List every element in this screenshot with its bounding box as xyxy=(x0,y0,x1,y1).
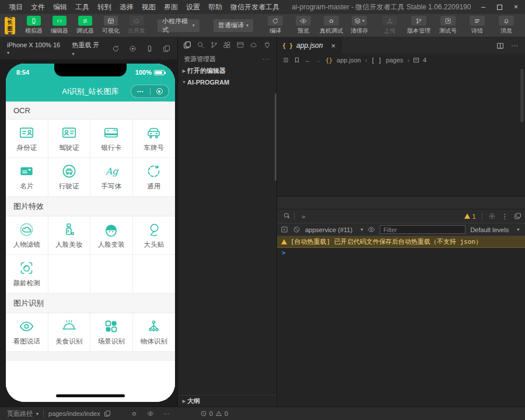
feature-face-dressup[interactable]: 人脸变装 xyxy=(90,216,133,255)
feature-age-detect[interactable]: 颜龄检测 xyxy=(6,255,48,293)
more-menu-icon[interactable]: ••• xyxy=(131,89,150,94)
list-icon[interactable] xyxy=(282,57,289,64)
version-button[interactable]: 版本管理 xyxy=(405,16,433,35)
feature-idcard[interactable]: 身份证 xyxy=(6,120,48,158)
cloud-icon[interactable] xyxy=(250,41,258,49)
split-editor-icon[interactable] xyxy=(496,42,504,50)
more-actions-icon[interactable]: ··· xyxy=(511,41,518,50)
bookmark-icon[interactable] xyxy=(293,57,300,64)
toggle-simulator[interactable]: 模拟器 xyxy=(21,16,47,35)
record-icon[interactable] xyxy=(129,45,136,52)
breadcrumb-file[interactable]: app.json xyxy=(337,57,361,64)
multi-window-icon[interactable] xyxy=(163,45,170,52)
toggle-editor[interactable]: 编辑器 xyxy=(47,16,72,35)
kebab-menu-icon[interactable]: ⋮ xyxy=(502,212,509,220)
feature-face-makeup[interactable]: 人脸美妆 xyxy=(48,216,91,255)
extensions-icon[interactable] xyxy=(223,41,231,49)
filter-input[interactable] xyxy=(380,225,466,234)
search-icon[interactable] xyxy=(197,41,205,49)
toggle-cloud[interactable]: 云开发 xyxy=(124,16,149,35)
minimize-button[interactable]: – xyxy=(481,3,485,11)
log-levels-select[interactable]: Default levels▾ xyxy=(470,226,519,233)
outline-section[interactable]: ▶ 大纲 xyxy=(178,395,276,407)
more-actions-icon[interactable]: ··· xyxy=(163,410,170,417)
menu-item[interactable]: 微信开发者工具 xyxy=(226,2,284,12)
problem-counts[interactable]: 0 0 xyxy=(200,410,228,417)
toggle-visual[interactable]: 可视化 xyxy=(98,16,124,35)
window-icon[interactable] xyxy=(236,41,244,49)
context-select[interactable]: appservice (#11)▾ xyxy=(305,226,363,233)
feature-portrait-filter[interactable]: 人物滤镜 xyxy=(6,216,48,255)
feature-vehicle-license[interactable]: 行驶证 xyxy=(48,158,91,197)
testid-button[interactable]: 测试号 xyxy=(434,16,462,35)
more-actions-icon[interactable]: ··· xyxy=(262,55,271,62)
project-root-row[interactable]: ▼ AI-PROGRAM xyxy=(178,76,276,88)
bug-icon[interactable] xyxy=(131,410,138,417)
breadcrumb-node[interactable]: pages xyxy=(386,57,403,64)
hot-reload-toggle[interactable]: 热重载 开 ▾ xyxy=(72,41,103,57)
menu-item[interactable]: 工具 xyxy=(71,2,93,12)
feature-big-head[interactable]: 大头贴 xyxy=(133,216,176,255)
tab-app-json[interactable]: { } app.json × xyxy=(277,37,341,54)
menu-item[interactable]: 项目 xyxy=(5,2,27,12)
feature-image-caption[interactable]: 看图说话 xyxy=(6,313,48,352)
copy-icon[interactable] xyxy=(104,410,111,417)
menu-item[interactable]: 界面 xyxy=(160,2,182,12)
back-icon[interactable]: ← xyxy=(304,57,311,64)
upload-button[interactable]: 上传 xyxy=(376,16,404,35)
close-tab-icon[interactable]: × xyxy=(331,41,335,50)
menu-item[interactable]: 编辑 xyxy=(49,2,71,12)
preview-button[interactable]: 预览 xyxy=(289,16,317,35)
tab-overflow-icon[interactable]: » xyxy=(299,213,307,220)
editor-scrollbar[interactable] xyxy=(520,69,524,123)
eye-icon[interactable] xyxy=(147,410,154,417)
feature-scene[interactable]: 场景识别 xyxy=(90,313,133,352)
feature-general-ocr[interactable]: 通用 xyxy=(133,158,176,197)
gear-icon[interactable] xyxy=(488,212,496,220)
warning-count[interactable]: 1 xyxy=(464,213,475,220)
menu-item[interactable]: 视图 xyxy=(138,2,160,12)
toggle-debugger[interactable]: 调试器 xyxy=(72,16,98,35)
details-button[interactable]: 详情 xyxy=(463,16,491,35)
menu-item[interactable]: 帮助 xyxy=(204,2,226,12)
dock-icon[interactable] xyxy=(514,212,522,220)
clear-cache-button[interactable]: ▾清缓存 xyxy=(345,16,373,35)
live-expression-icon[interactable] xyxy=(368,226,375,233)
close-button[interactable]: × xyxy=(514,3,518,11)
compile-select[interactable]: 普通编译 ▾ xyxy=(214,19,253,32)
feature-car-plate[interactable]: 车牌号 xyxy=(133,120,176,158)
feature-object[interactable]: 物体识别 xyxy=(133,313,176,352)
feature-handwriting[interactable]: Ag手写体 xyxy=(90,158,133,197)
device-select[interactable]: iPhone X 100% 16 ▾ xyxy=(7,41,62,55)
compile-button[interactable]: 编译 xyxy=(261,16,289,35)
menu-item[interactable]: 文件 xyxy=(27,2,49,12)
device-icon[interactable] xyxy=(146,45,153,52)
menu-item[interactable]: 选择 xyxy=(116,2,138,12)
maximize-button[interactable] xyxy=(497,5,502,10)
mode-select[interactable]: 小程序模式 ▾ xyxy=(158,19,200,32)
mini-program-capsule[interactable]: ••• xyxy=(131,85,169,98)
open-editors-section[interactable]: ▶ 打开的编辑器 xyxy=(178,65,276,76)
rotate-icon[interactable] xyxy=(112,45,120,52)
inspect-element-icon[interactable] xyxy=(281,212,295,220)
top-context-icon[interactable] xyxy=(281,226,288,233)
feature-business-card[interactable]: 名片 xyxy=(6,158,48,197)
page-path-select[interactable]: 页面路径▾ xyxy=(7,410,38,418)
console-log-area[interactable]: [自动热重载] 已开启代码文件保存后自动热重载（不支持 json） > xyxy=(277,236,525,407)
forward-icon[interactable]: → xyxy=(315,57,321,64)
message-button[interactable]: 消息 xyxy=(492,16,520,35)
clear-console-icon[interactable] xyxy=(293,226,300,233)
console-prompt[interactable]: > xyxy=(277,248,525,258)
feature-food[interactable]: 美食识别 xyxy=(48,313,91,352)
menu-item[interactable]: 设置 xyxy=(182,2,204,12)
remote-debug-button[interactable]: 真机调试 xyxy=(317,16,345,35)
exit-target-icon[interactable] xyxy=(150,88,169,94)
explorer-scrollbar[interactable] xyxy=(275,93,276,181)
code-area[interactable] xyxy=(277,66,525,196)
source-control-icon[interactable] xyxy=(210,41,218,49)
breadcrumb-index[interactable]: 4 xyxy=(423,57,426,64)
feature-bank-card[interactable]: 银行卡 xyxy=(90,120,133,158)
menu-item[interactable]: 转到 xyxy=(93,2,116,12)
feature-driver-license[interactable]: 驾驶证 xyxy=(48,120,91,158)
files-icon[interactable] xyxy=(183,41,191,49)
